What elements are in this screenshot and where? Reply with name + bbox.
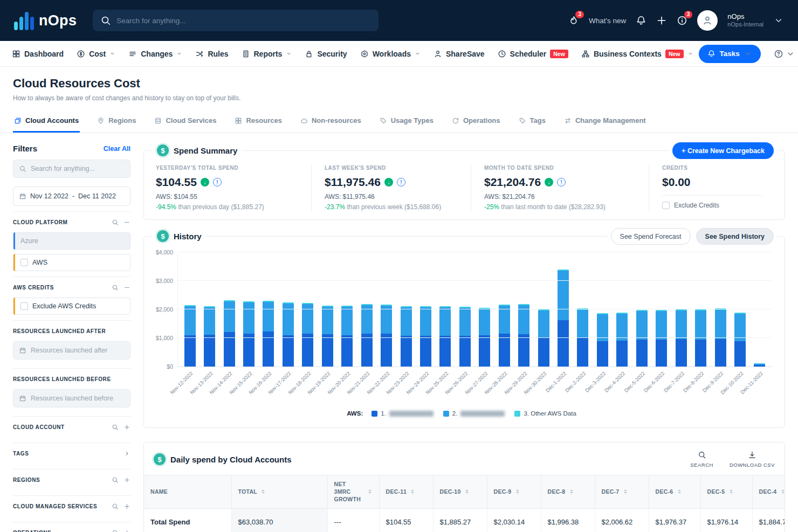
filter-section-cloud-managed-services[interactable]: CLOUD MANAGED SERVICES	[13, 496, 130, 516]
column-header-dec-5[interactable]: DEC-5	[700, 475, 752, 509]
table-search-button[interactable]: SEARCH	[690, 451, 713, 468]
tab-non-resources[interactable]: Non-resources	[299, 110, 362, 133]
stacked-bar[interactable]	[518, 304, 529, 367]
nav-item-reports[interactable]: Reports	[242, 50, 292, 58]
download-csv-button[interactable]: DOWNLOAD CSV	[730, 451, 775, 468]
stacked-bar[interactable]	[656, 310, 667, 367]
filters-search[interactable]	[13, 160, 130, 178]
filter-section-regions[interactable]: REGIONS	[13, 469, 130, 490]
launched-before-input[interactable]	[31, 395, 125, 402]
column-header-dec-11[interactable]: DEC-11	[379, 475, 433, 509]
nav-item-cost[interactable]: Cost	[77, 50, 115, 58]
stacked-bar[interactable]	[695, 309, 706, 367]
stacked-bar[interactable]	[243, 301, 254, 367]
tab-tags[interactable]: Tags	[518, 110, 547, 133]
tab-resources[interactable]: Resources	[233, 110, 283, 133]
stacked-bar[interactable]	[459, 307, 471, 367]
stacked-bar[interactable]	[263, 301, 274, 367]
stacked-bar[interactable]	[754, 363, 765, 367]
tab-operations[interactable]: Operations	[451, 110, 501, 133]
stacked-bar[interactable]	[558, 270, 569, 367]
expand-icon[interactable]	[123, 424, 130, 431]
tasks-button[interactable]: Tasks	[699, 45, 761, 63]
stacked-bar[interactable]	[302, 303, 313, 367]
filter-section-aws-credits[interactable]: AWS CREDITS	[13, 277, 130, 298]
search-icon[interactable]	[112, 424, 119, 431]
filter-section-operations[interactable]: OPERATIONS	[13, 522, 130, 532]
column-header-dec-9[interactable]: DEC-9	[487, 475, 541, 509]
quick-add-icon[interactable]	[656, 15, 667, 26]
stacked-bar[interactable]	[538, 309, 549, 367]
filter-option-exclude-aws-credits[interactable]: Exclude AWS Credits	[13, 298, 130, 315]
column-header-dec-7[interactable]: DEC-7	[595, 475, 649, 509]
stacked-bar[interactable]	[420, 306, 431, 367]
tab-usage-types[interactable]: Usage Types	[379, 110, 435, 133]
stacked-bar[interactable]	[224, 300, 235, 367]
filter-section-tags[interactable]: TAGS	[13, 443, 130, 464]
stacked-bar[interactable]	[439, 306, 451, 367]
search-icon[interactable]	[112, 503, 119, 510]
stacked-bar[interactable]	[597, 313, 608, 367]
chevron-right-icon[interactable]	[123, 450, 130, 457]
expand-icon[interactable]	[123, 476, 130, 483]
exclude-credits-checkbox[interactable]	[662, 202, 670, 209]
column-header-total[interactable]: TOTAL	[231, 475, 327, 509]
nav-item-rules[interactable]: Rules	[195, 50, 228, 58]
expand-icon[interactable]	[123, 529, 130, 532]
see-spend-forecast-button[interactable]: See Spend Forecast	[611, 228, 691, 245]
stacked-bar[interactable]	[283, 302, 294, 367]
streak-fire-icon[interactable]: 3	[568, 15, 579, 26]
nav-item-scheduler[interactable]: SchedulerNew	[498, 50, 568, 58]
collapse-icon[interactable]	[123, 219, 130, 226]
create-new-chargeback-button[interactable]: + Create New Chargeback	[672, 142, 774, 159]
search-icon[interactable]	[112, 529, 119, 532]
stacked-bar[interactable]	[616, 313, 628, 367]
filter-section-cloud-platform[interactable]: CLOUD PLATFORM	[13, 212, 130, 232]
nav-item-dashboard[interactable]: Dashboard	[12, 50, 64, 58]
filter-option-azure[interactable]: Azure	[13, 232, 130, 250]
filters-search-input[interactable]	[31, 165, 125, 172]
stacked-bar[interactable]	[322, 306, 333, 367]
stacked-bar[interactable]	[381, 305, 392, 367]
avatar[interactable]	[697, 10, 718, 31]
clear-all-filters-link[interactable]: Clear All	[104, 145, 130, 153]
stacked-bar[interactable]	[204, 306, 215, 367]
nav-item-security[interactable]: Security	[305, 50, 347, 58]
nops-logo[interactable]: nOps	[14, 11, 77, 30]
collapse-icon[interactable]	[123, 284, 130, 291]
stacked-bar[interactable]	[341, 306, 353, 367]
search-icon[interactable]	[112, 219, 119, 226]
nav-item-changes[interactable]: Changes	[128, 50, 182, 58]
date-range-picker[interactable]: Nov 12 2022 - Dec 11 2022	[13, 186, 130, 206]
tab-regions[interactable]: Regions	[96, 110, 137, 133]
stacked-bar[interactable]	[361, 304, 373, 367]
alert-info-icon[interactable]: !	[213, 178, 222, 186]
global-search[interactable]	[93, 10, 379, 31]
column-header-dec-10[interactable]: DEC-10	[433, 475, 487, 509]
stacked-bar[interactable]	[499, 305, 510, 367]
account-chevron-down-icon[interactable]	[773, 15, 784, 26]
expand-icon[interactable]	[123, 503, 130, 510]
column-header-dec-8[interactable]: DEC-8	[541, 475, 595, 509]
alert-info-icon[interactable]: !	[397, 178, 405, 186]
notifications-bell-icon[interactable]	[636, 15, 646, 26]
stacked-bar[interactable]	[734, 313, 746, 367]
aws-checkbox[interactable]	[20, 259, 28, 266]
launched-after-input[interactable]	[31, 347, 125, 354]
tab-cloud-services[interactable]: Cloud Services	[153, 110, 217, 133]
column-header-dec-4[interactable]: DEC-4	[752, 475, 785, 509]
column-header-dec-6[interactable]: DEC-6	[649, 475, 700, 509]
tab-cloud-accounts[interactable]: Cloud Accounts	[13, 110, 80, 133]
whats-new-link[interactable]: What's new	[589, 17, 626, 25]
launched-before-picker[interactable]	[13, 389, 130, 407]
column-header-net-3mrc-growth[interactable]: NET 3MRC GROWTH	[327, 475, 379, 509]
help-menu[interactable]	[774, 49, 795, 59]
alert-info-icon[interactable]: !	[557, 178, 566, 186]
stacked-bar[interactable]	[636, 310, 648, 367]
filter-section-cloud-account[interactable]: CLOUD ACCOUNT	[13, 417, 130, 437]
tab-change-management[interactable]: Change Management	[563, 110, 647, 133]
exclude-credits-option[interactable]: Exclude Credits	[662, 195, 762, 209]
stacked-bar[interactable]	[184, 305, 196, 367]
nav-item-sharesave[interactable]: ShareSave	[434, 50, 485, 58]
see-spend-history-button[interactable]: See Spend History	[696, 228, 774, 245]
